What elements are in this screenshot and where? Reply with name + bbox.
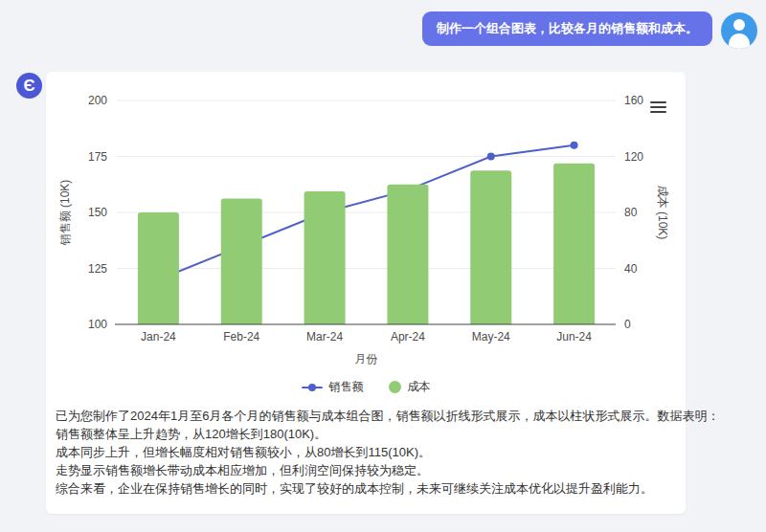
menu-bar	[650, 106, 666, 108]
x-axis-tick: May-24	[472, 330, 510, 344]
menu-bar	[650, 101, 666, 103]
user-message-row: 制作一个组合图表，比较各月的销售额和成本。	[422, 11, 757, 49]
chart-legend: 销售额 成本	[46, 379, 686, 395]
legend-label-sales: 销售额	[329, 379, 364, 395]
left-axis-tick: 200	[88, 94, 107, 107]
assistant-logo-icon: Є	[16, 73, 42, 99]
cost-bar-Jan-24[interactable]	[138, 212, 179, 324]
toolbox-menu-icon[interactable]	[650, 101, 666, 113]
cost-bar-Feb-24[interactable]	[221, 198, 262, 324]
analysis-line: 已为您制作了2024年1月至6月各个月的销售额与成本组合图，销售额以折线形式展示…	[56, 410, 676, 423]
x-axis-tick: Feb-24	[223, 330, 259, 344]
analysis-line: 成本同步上升，但增长幅度相对销售额较小，从80增长到115(10K)。	[56, 446, 676, 459]
legend-label-cost: 成本	[408, 379, 431, 395]
left-axis-tick: 125	[88, 262, 107, 276]
analysis-text: 已为您制作了2024年1月至6月各个月的销售额与成本组合图，销售额以折线形式展示…	[56, 410, 676, 496]
right-axis-title: 成本 (10K)	[656, 186, 669, 240]
combo-chart[interactable]: 10012515017520004080120160Jan-24Feb-24Ma…	[46, 72, 686, 370]
assistant-response-card: 10012515017520004080120160Jan-24Feb-24Ma…	[46, 72, 686, 514]
user-avatar	[721, 12, 757, 49]
menu-bar	[650, 111, 666, 113]
cost-bar-Apr-24[interactable]	[387, 185, 428, 324]
right-axis-tick: 80	[624, 206, 638, 219]
user-message-bubble: 制作一个组合图表，比较各月的销售额和成本。	[422, 11, 712, 46]
right-axis-tick: 0	[624, 318, 631, 331]
analysis-line: 销售额整体呈上升趋势，从120增长到180(10K)。	[56, 428, 676, 441]
legend-item-sales[interactable]: 销售额	[302, 379, 364, 395]
legend-item-cost[interactable]: 成本	[389, 379, 431, 395]
cost-bar-May-24[interactable]	[470, 170, 511, 324]
x-axis-tick: Jun-24	[556, 330, 592, 344]
left-axis-tick: 175	[88, 150, 107, 164]
right-axis-tick: 40	[624, 262, 638, 276]
analysis-line: 走势显示销售额增长带动成本相应增加，但利润空间保持较为稳定。	[56, 464, 676, 477]
cost-bar-Jun-24[interactable]	[553, 164, 595, 324]
sales-point-May-24[interactable]	[487, 153, 495, 161]
person-icon	[733, 19, 745, 31]
x-axis-tick: Apr-24	[391, 330, 425, 344]
analysis-line: 综合来看，企业在保持销售增长的同时，实现了较好的成本控制，未来可继续关注成本优化…	[56, 482, 676, 496]
x-axis-tick: Mar-24	[306, 330, 343, 344]
circle-marker-icon	[389, 381, 401, 393]
echarts-logo-glyph: Є	[23, 78, 34, 94]
person-icon	[729, 33, 750, 49]
right-axis-tick: 160	[624, 94, 643, 107]
right-axis-tick: 120	[624, 150, 643, 164]
left-axis-title: 销售额 (10K)	[58, 180, 72, 247]
x-axis-title: 月份	[355, 352, 378, 366]
line-marker-icon	[302, 387, 323, 388]
left-axis-tick: 150	[88, 206, 107, 219]
sales-point-Jun-24[interactable]	[571, 142, 578, 149]
cost-bar-Mar-24[interactable]	[304, 191, 346, 324]
x-axis-tick: Jan-24	[141, 330, 176, 344]
left-axis-tick: 100	[88, 318, 107, 331]
